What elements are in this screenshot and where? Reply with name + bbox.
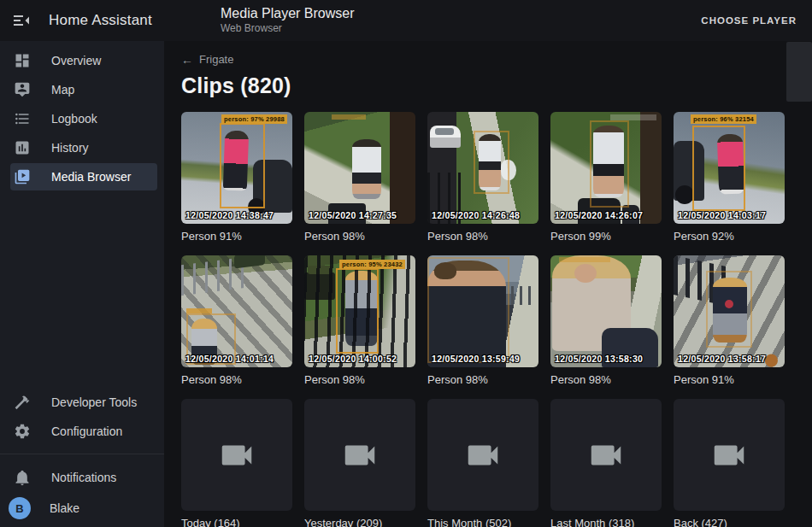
sidebar-item-label: Configuration — [51, 425, 122, 438]
sidebar-item-label: Overview — [51, 54, 101, 67]
clip-timestamp: 12/05/2020 13:58:17 — [678, 354, 766, 364]
video-camera-icon — [340, 436, 380, 475]
clip-label: Person 98% — [304, 230, 415, 243]
detection-bounding-box — [336, 268, 379, 354]
clip-label: Person 91% — [674, 373, 785, 387]
clip-card[interactable]: person: 95% 23432 12/05/2020 14:00:52 Pe… — [304, 255, 415, 387]
sidebar-item-history[interactable]: History — [10, 134, 157, 161]
clip-label: Person 98% — [304, 373, 415, 387]
sidebar-spacer — [0, 192, 164, 387]
detection-label: person: 96% 32154 — [691, 114, 756, 124]
detection-label: person: 95% 23432 — [339, 260, 405, 269]
sidebar-item-logbook[interactable]: Logbook — [10, 105, 157, 132]
clip-card[interactable]: 12/05/2020 14:27:35 Person 98% — [304, 112, 415, 243]
sidebar-divider — [0, 454, 164, 454]
clip-card[interactable]: 12/05/2020 13:59:49 Person 98% — [427, 255, 538, 387]
sidebar: Overview Map Logbook History Media Brows… — [0, 41, 164, 527]
clip-card[interactable]: 12/05/2020 14:26:07 Person 99% — [550, 112, 662, 243]
sidebar-item-label: Media Browser — [51, 170, 131, 184]
list-bulleted-icon — [14, 110, 31, 127]
sidebar-item-label: Map — [51, 83, 74, 97]
clip-thumbnail: 12/05/2020 14:27:35 — [304, 112, 415, 224]
clip-thumbnail: person: 95% 23432 12/05/2020 14:00:52 — [304, 255, 415, 367]
home-assistant-window: Home Assistant Media Player Browser Web … — [0, 0, 812, 527]
clip-thumbnail: 12/05/2020 13:58:17 — [674, 255, 785, 367]
clip-card[interactable]: 12/05/2020 13:58:30 Person 98% — [550, 255, 662, 387]
breadcrumb-label: Frigate — [199, 53, 233, 66]
media-browser-content: ← Frigate Clips (820) person: 97% 29988 … — [164, 41, 812, 527]
clip-timestamp: 12/05/2020 14:27:35 — [309, 210, 397, 220]
clip-thumbnail: 12/05/2020 13:58:30 — [550, 255, 662, 367]
sidebar-item-label: Developer Tools — [51, 395, 137, 409]
sidebar-item-developer-tools[interactable]: Developer Tools — [10, 389, 157, 416]
avatar: B — [9, 497, 31, 519]
clip-thumbnail: 12/05/2020 14:26:07 — [550, 112, 662, 224]
clip-thumbnail: 12/05/2020 14:01:14 — [181, 255, 292, 367]
video-camera-icon — [586, 436, 626, 475]
folder-card[interactable]: Back (427) — [674, 399, 785, 527]
media-grid: person: 97% 29988 12/05/2020 14:38:47 Pe… — [181, 112, 812, 527]
clip-label: Person 99% — [550, 230, 662, 243]
clip-label: Person 98% — [427, 373, 538, 387]
header-sidebar-section: Home Assistant — [0, 10, 164, 31]
clip-label: Person 92% — [674, 230, 785, 243]
folder-thumbnail — [550, 399, 662, 511]
app-title: Home Assistant — [49, 12, 152, 29]
clip-thumbnail: 12/05/2020 14:26:48 — [427, 112, 538, 224]
sidebar-item-label: Blake — [50, 501, 79, 515]
video-camera-icon — [463, 436, 503, 475]
person-figure — [352, 139, 381, 199]
back-arrow-icon: ← — [181, 54, 193, 66]
sidebar-item-profile[interactable]: B Blake — [10, 495, 157, 522]
chart-box-icon — [14, 139, 31, 156]
breadcrumb[interactable]: ← Frigate — [181, 53, 233, 66]
folder-card[interactable]: Today (164) — [181, 399, 292, 527]
folder-thumbnail — [674, 399, 785, 511]
bell-icon — [14, 469, 31, 486]
clip-card[interactable]: person: 97% 29988 12/05/2020 14:38:47 Pe… — [181, 112, 292, 243]
sidebar-main-nav: Overview Map Logbook History Media Brows… — [0, 45, 164, 192]
folder-card[interactable]: This Month (502) — [427, 399, 538, 527]
sidebar-item-media-browser[interactable]: Media Browser — [10, 163, 157, 190]
detection-bounding-box — [220, 123, 265, 208]
choose-player-button[interactable]: CHOOSE PLAYER — [694, 9, 803, 32]
folder-thumbnail — [181, 399, 292, 511]
clip-card[interactable]: person: 96% 32154 12/05/2020 14:03:17 Pe… — [674, 112, 785, 243]
clip-thumbnail: person: 97% 29988 12/05/2020 14:38:47 — [181, 112, 292, 224]
sidebar-item-configuration[interactable]: Configuration — [10, 418, 157, 445]
scene-object — [304, 272, 335, 300]
clip-label: Person 98% — [550, 373, 662, 387]
detection-bounding-box — [692, 126, 745, 211]
detection-bounding-box — [427, 257, 509, 363]
sidebar-item-label: Notifications — [51, 471, 116, 484]
folder-card[interactable]: Yesterday (209) — [304, 399, 415, 527]
clip-thumbnail: person: 96% 32154 12/05/2020 14:03:17 — [674, 112, 785, 224]
clip-card[interactable]: 12/05/2020 13:58:17 Person 91% — [674, 255, 785, 387]
detection-bounding-box — [706, 271, 752, 348]
folder-thumbnail — [304, 399, 415, 511]
clip-timestamp: 12/05/2020 13:58:30 — [555, 354, 643, 364]
sidebar-item-map[interactable]: Map — [10, 76, 157, 103]
sidebar-item-label: History — [51, 141, 89, 155]
clip-timestamp: 12/05/2020 14:26:07 — [555, 210, 643, 220]
scene-object — [181, 256, 253, 296]
detection-bounding-box — [590, 120, 629, 208]
detection-label: person: 97% 29988 — [221, 114, 287, 124]
clip-timestamp: 12/05/2020 14:03:17 — [678, 210, 766, 220]
folder-card[interactable]: Last Month (318) — [550, 399, 662, 527]
clip-timestamp: 12/05/2020 14:38:47 — [185, 210, 274, 220]
clip-label: Person 91% — [181, 230, 292, 243]
sidebar-item-label: Logbook — [51, 112, 97, 126]
sidebar-item-notifications[interactable]: Notifications — [10, 464, 157, 491]
folder-thumbnail — [427, 399, 538, 511]
scrollbar-thumb[interactable] — [786, 42, 812, 102]
clip-card[interactable]: 12/05/2020 14:01:14 Person 98% — [181, 255, 292, 387]
clip-card[interactable]: 12/05/2020 14:26:48 Person 98% — [427, 112, 538, 243]
scene-object — [430, 126, 461, 148]
sidebar-item-overview[interactable]: Overview — [10, 47, 157, 74]
clip-timestamp: 12/05/2020 13:59:49 — [432, 354, 520, 364]
sidebar-toggle-icon[interactable] — [11, 10, 32, 31]
clip-timestamp: 12/05/2020 14:26:48 — [432, 210, 520, 220]
account-tooltip-icon — [14, 81, 31, 98]
folder-label: Back (427) — [674, 517, 785, 527]
